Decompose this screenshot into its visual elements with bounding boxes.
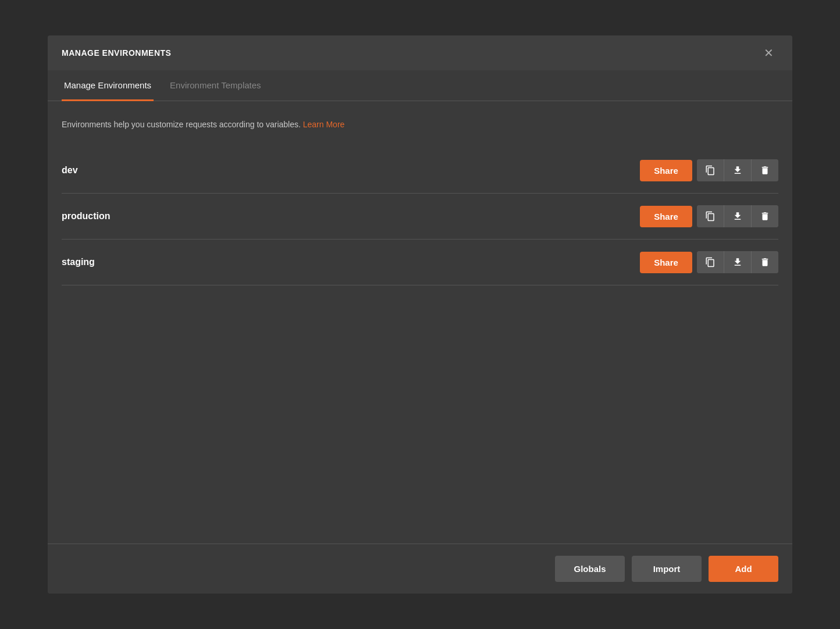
description-text: Environments help you customize requests… (62, 120, 778, 129)
env-actions-staging: Share (640, 251, 778, 273)
import-button[interactable]: Import (632, 556, 702, 582)
delete-button-staging[interactable] (752, 251, 778, 273)
delete-icon (760, 257, 770, 267)
download-button-dev[interactable] (724, 159, 752, 181)
download-icon (732, 165, 743, 176)
copy-icon (705, 257, 716, 267)
download-button-production[interactable] (724, 205, 752, 227)
delete-icon (760, 211, 770, 221)
add-button[interactable]: Add (709, 556, 778, 582)
modal-body: Environments help you customize requests… (48, 101, 792, 544)
copy-button-dev[interactable] (697, 159, 724, 181)
modal-header: MANAGE ENVIRONMENTS ✕ (48, 35, 792, 70)
environment-list: dev Share (62, 148, 778, 285)
close-button[interactable]: ✕ (759, 45, 778, 61)
icon-btn-group-production (697, 205, 778, 227)
env-name-staging: staging (62, 257, 95, 267)
env-name-production: production (62, 211, 111, 221)
tab-manage-environments[interactable]: Manage Environments (62, 71, 154, 101)
env-item-staging: staging Share (62, 240, 778, 285)
env-actions-production: Share (640, 205, 778, 227)
icon-btn-group-staging (697, 251, 778, 273)
env-item-production: production Share (62, 194, 778, 240)
env-item-dev: dev Share (62, 148, 778, 194)
share-button-staging[interactable]: Share (640, 252, 692, 273)
learn-more-link[interactable]: Learn More (303, 120, 345, 129)
delete-button-dev[interactable] (752, 159, 778, 181)
share-button-dev[interactable]: Share (640, 160, 692, 181)
copy-icon (705, 165, 716, 176)
manage-environments-modal: MANAGE ENVIRONMENTS ✕ Manage Environment… (48, 35, 792, 594)
share-button-production[interactable]: Share (640, 206, 692, 227)
copy-icon (705, 211, 716, 221)
copy-button-production[interactable] (697, 205, 724, 227)
env-name-dev: dev (62, 165, 78, 176)
delete-icon (760, 165, 770, 176)
copy-button-staging[interactable] (697, 251, 724, 273)
download-button-staging[interactable] (724, 251, 752, 273)
modal-footer: Globals Import Add (48, 544, 792, 594)
tab-environment-templates[interactable]: Environment Templates (168, 71, 263, 101)
modal-title: MANAGE ENVIRONMENTS (62, 48, 171, 58)
delete-button-production[interactable] (752, 205, 778, 227)
download-icon (732, 211, 743, 221)
download-icon (732, 257, 743, 267)
tabs-container: Manage Environments Environment Template… (48, 70, 792, 101)
globals-button[interactable]: Globals (555, 556, 625, 582)
icon-btn-group-dev (697, 159, 778, 181)
env-actions-dev: Share (640, 159, 778, 181)
